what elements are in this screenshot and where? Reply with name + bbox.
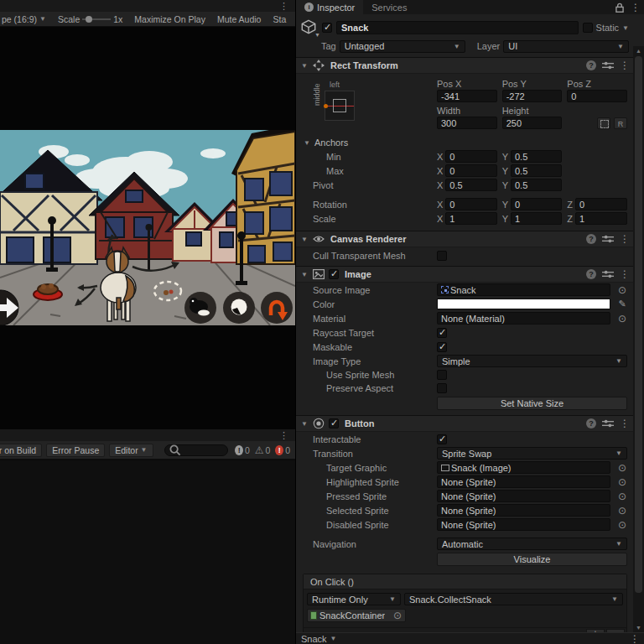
event-target-object-field[interactable]: SnackContainer ⊙	[307, 609, 406, 622]
scroll-down-icon[interactable]: ▼	[633, 625, 644, 631]
component-kebab-icon[interactable]: ⋮	[620, 233, 630, 245]
bird-button[interactable]	[184, 292, 216, 324]
help-icon[interactable]: ?	[586, 269, 596, 279]
bottom-bar-label[interactable]: Snack	[301, 634, 327, 644]
button-header[interactable]: ▼ Button ? ⋮	[296, 415, 634, 432]
presets-icon[interactable]	[602, 60, 614, 71]
console-log-area[interactable]	[0, 460, 295, 644]
anchor-min-x-field[interactable]: 0	[445, 150, 496, 163]
help-icon[interactable]: ?	[586, 234, 596, 244]
width-field[interactable]: 300	[437, 117, 497, 129]
tab-services[interactable]: Services	[363, 0, 415, 14]
tab-inspector[interactable]: i Inspector	[296, 0, 363, 14]
scale-x-field[interactable]: 1	[445, 212, 496, 225]
image-header[interactable]: ▼ Image ? ⋮	[296, 266, 634, 283]
material-field[interactable]: None (Material)	[437, 312, 610, 325]
rotation-x-field[interactable]: 0	[445, 198, 496, 210]
maximize-on-play-button[interactable]: Maximize On Play	[134, 14, 205, 24]
scrollbar-thumb[interactable]	[635, 56, 642, 593]
warning-count-icon[interactable]: ⚠	[255, 445, 264, 455]
use-sprite-mesh-checkbox[interactable]	[437, 370, 447, 380]
object-picker-icon[interactable]: ⊙	[617, 505, 627, 517]
scale-slider[interactable]	[82, 18, 111, 20]
gameobject-active-checkbox[interactable]	[322, 23, 332, 33]
button-enabled-checkbox[interactable]	[329, 418, 339, 428]
pos-z-field[interactable]: 0	[567, 90, 627, 102]
cull-transparent-mesh-checkbox[interactable]	[437, 251, 447, 261]
component-kebab-icon[interactable]: ⋮	[620, 268, 630, 280]
color-swatch[interactable]	[437, 299, 610, 309]
info-count-icon[interactable]: !	[235, 445, 243, 455]
component-kebab-icon[interactable]: ⋮	[620, 418, 630, 429]
selected-sprite-field[interactable]: None (Sprite)	[437, 504, 610, 517]
anchors-foldout[interactable]: ▼ Anchors	[296, 136, 634, 149]
pos-y-field[interactable]: -272	[502, 90, 563, 102]
scale-control[interactable]: Scale 1x	[58, 14, 122, 24]
canvas-renderer-header[interactable]: ▼ Canvas Renderer ? ⋮	[296, 231, 634, 247]
presets-icon[interactable]	[602, 418, 614, 429]
rect-transform-header[interactable]: ▼ Rect Transform ? ⋮	[296, 57, 634, 74]
pressed-sprite-field[interactable]: None (Sprite)	[437, 490, 610, 502]
help-icon[interactable]: ?	[586, 418, 596, 428]
anchor-preset-widget[interactable]: left middle	[311, 80, 360, 126]
navigation-dropdown[interactable]: Automatic▼	[437, 538, 627, 550]
image-type-dropdown[interactable]: Simple▼	[437, 355, 627, 367]
static-control[interactable]: Static ▼	[583, 23, 629, 33]
foldout-icon[interactable]: ▼	[300, 236, 309, 243]
object-picker-icon[interactable]: ⊙	[617, 491, 627, 502]
game-menu-kebab-icon[interactable]: ⋮	[279, 1, 288, 11]
foldout-icon[interactable]: ▼	[300, 420, 309, 428]
visualize-button[interactable]: Visualize	[437, 553, 627, 566]
disabled-sprite-field[interactable]: None (Sprite)	[437, 518, 610, 531]
rotation-y-field[interactable]: 0	[511, 198, 562, 210]
blueprint-mode-button[interactable]	[597, 117, 610, 129]
scroll-up-icon[interactable]: ▲	[633, 48, 644, 54]
pos-x-field[interactable]: -341	[437, 90, 497, 102]
anchor-max-x-field[interactable]: 0	[445, 164, 496, 177]
aspect-dropdown[interactable]: pe (16:9) ▼	[2, 14, 46, 24]
gameobject-name-field[interactable]: Snack	[336, 21, 579, 34]
foldout-icon[interactable]: ▼	[300, 271, 309, 278]
lock-icon[interactable]	[614, 2, 626, 13]
anchor-max-y-field[interactable]: 0.5	[511, 164, 562, 177]
console-menu-kebab-icon[interactable]: ⋮	[279, 430, 288, 440]
presets-icon[interactable]	[602, 268, 614, 280]
event-mode-dropdown[interactable]: Runtime Only▼	[307, 593, 401, 605]
pivot-y-field[interactable]: 0.5	[511, 179, 562, 191]
scale-y-field[interactable]: 1	[511, 212, 562, 225]
transition-dropdown[interactable]: Sprite Swap▼	[437, 447, 627, 460]
clear-on-build-button[interactable]: ar on Build	[0, 444, 42, 457]
pivot-x-field[interactable]: 0.5	[445, 179, 496, 191]
inspector-scrollbar[interactable]: ▲ ▼	[633, 46, 644, 632]
source-image-field[interactable]: Snack	[437, 283, 610, 296]
raw-mode-button[interactable]: R	[614, 117, 627, 129]
component-kebab-icon[interactable]: ⋮	[620, 60, 630, 71]
bottom-bar-kebab-icon[interactable]: ⋮	[630, 633, 640, 644]
error-pause-button[interactable]: Error Pause	[46, 444, 105, 457]
highlighted-sprite-field[interactable]: None (Sprite)	[437, 475, 610, 488]
static-checkbox[interactable]	[583, 23, 593, 33]
target-graphic-field[interactable]: Snack (Image)	[437, 461, 610, 474]
foldout-icon[interactable]: ▼	[300, 62, 309, 70]
mute-audio-button[interactable]: Mute Audio	[217, 14, 262, 24]
object-picker-icon[interactable]: ⊙	[617, 284, 627, 296]
error-count-icon[interactable]: !	[275, 445, 283, 455]
object-picker-icon[interactable]: ⊙	[617, 476, 627, 488]
interactable-checkbox[interactable]	[437, 434, 447, 444]
maskable-checkbox[interactable]	[437, 342, 447, 352]
event-function-dropdown[interactable]: Snack.CollectSnack▼	[404, 593, 623, 605]
game-scene[interactable]	[0, 130, 295, 325]
raycast-target-checkbox[interactable]	[437, 328, 447, 338]
uturn-button[interactable]	[261, 292, 293, 324]
stats-button[interactable]: Sta	[273, 14, 286, 24]
layer-dropdown[interactable]: UI▼	[503, 40, 629, 53]
console-search-input[interactable]	[164, 444, 229, 456]
speech-button[interactable]	[223, 292, 255, 324]
object-picker-icon[interactable]: ⊙	[617, 519, 627, 531]
rotation-z-field[interactable]: 0	[575, 198, 627, 210]
inspector-kebab-icon[interactable]: ⋮	[631, 2, 641, 13]
eyedropper-icon[interactable]: ✎	[617, 299, 627, 309]
set-native-size-button[interactable]: Set Native Size	[437, 397, 627, 410]
presets-icon[interactable]	[602, 233, 614, 245]
editor-dropdown[interactable]: Editor ▼	[109, 444, 153, 457]
